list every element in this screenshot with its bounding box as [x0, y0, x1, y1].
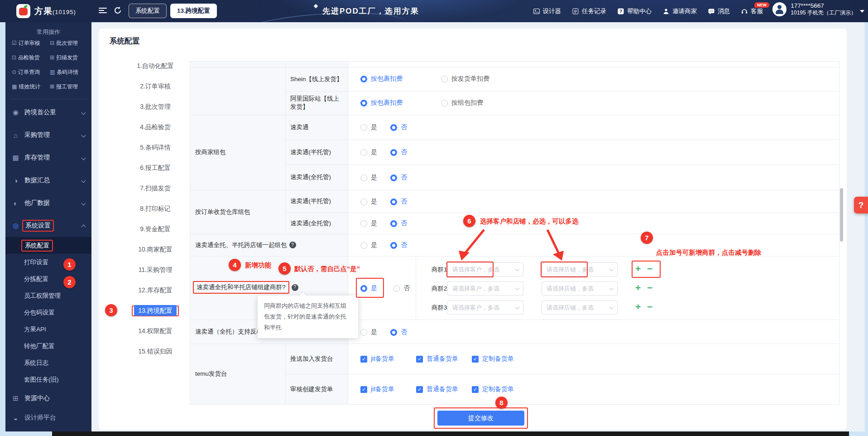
help-center-button[interactable]: ? 帮助中心: [617, 7, 652, 15]
invite-merchant-button[interactable]: 邀请商家: [662, 7, 697, 15]
group2-customer-select[interactable]: 请选择客户，多选: [447, 281, 523, 296]
group3-customer-select[interactable]: 请选择客户，多选: [447, 300, 523, 315]
group2-shop-select[interactable]: 请选择店铺，多选: [542, 281, 618, 296]
task-log-button[interactable]: 任务记录: [572, 7, 606, 15]
cfg-nav-work-report[interactable]: 6.报工配置: [112, 158, 198, 178]
merchant-ae-full-no-radio[interactable]: 否: [390, 174, 407, 182]
submenu-staff-permissions[interactable]: 员工权限管理: [5, 287, 91, 304]
merchant-ae-semi-yes-radio[interactable]: 是: [360, 148, 377, 156]
ali-per-parcel-radio[interactable]: 按包裹扣费: [360, 99, 403, 107]
quick-work-report[interactable]: ⊠报工管理: [50, 82, 88, 92]
sidebar-item-inventory[interactable]: ▦库存管理: [5, 146, 91, 169]
group2-remove-button[interactable]: −: [647, 283, 652, 292]
temu-push-normal-checkbox[interactable]: ✓普通备货单: [416, 355, 458, 363]
sidebar-item-other-factory-data[interactable]: ◐他厂数据: [5, 192, 91, 214]
cross-shop-no-radio[interactable]: 否: [390, 241, 407, 249]
quick-performance-stats[interactable]: ▦绩效统计: [12, 82, 50, 92]
submenu-print-settings[interactable]: 打印设置: [5, 254, 91, 271]
sidebar-item-resource-center[interactable]: ⊞资源中心: [5, 388, 91, 409]
vertical-scrollbar[interactable]: [840, 188, 843, 242]
group3-shop-select[interactable]: 请选择店铺，多选: [542, 300, 618, 315]
user-menu[interactable]: 177****5667 10195 手机壳（工厂演示）: [772, 2, 856, 16]
cfg-nav-barcode[interactable]: 5.条码详情: [112, 137, 198, 158]
temu-audit-jit-checkbox[interactable]: ✓jit备货单: [360, 385, 394, 393]
cfg-nav-scan-ship[interactable]: 7.扫描发货: [112, 178, 198, 199]
temu-push-jit-checkbox[interactable]: ✓jit备货单: [360, 355, 394, 363]
chevron-down-icon[interactable]: [860, 10, 864, 13]
quick-order-audit[interactable]: ☑订单审核: [12, 38, 50, 48]
cfg-nav-merchant[interactable]: 10.商家配置: [112, 239, 198, 260]
merchant-ae-no-radio[interactable]: 否: [390, 123, 407, 131]
quick-actions-title: 常用操作: [5, 22, 91, 37]
report-icon: ⊠: [50, 83, 54, 90]
cfg-nav-qc[interactable]: 4.品检验货: [112, 117, 198, 137]
wh-full-no-radio[interactable]: 否: [390, 219, 407, 228]
sidebar-item-purchase[interactable]: ⌂采购管理: [5, 124, 91, 146]
config-section-nav: 1.自动化配置 2.订单审核 3.批次管理 4.品检验货 5.条码详情 6.报工…: [112, 56, 198, 362]
reverse-no-radio[interactable]: 否: [390, 328, 407, 336]
annotation-box-7: [632, 261, 661, 278]
cross-shop-yes-radio[interactable]: 是: [360, 241, 377, 249]
refresh-icon[interactable]: [113, 6, 122, 15]
cfg-nav-cross-border[interactable]: 13.跨境配置: [112, 300, 198, 321]
group3-remove-button[interactable]: −: [647, 302, 652, 311]
designer-button[interactable]: 设计器: [533, 7, 561, 15]
tab-system-config[interactable]: 系统配置: [129, 4, 167, 18]
cfg-nav-error-attribution[interactable]: 15.错误归因: [112, 341, 198, 362]
tab-cross-border-config[interactable]: 13.跨境配置: [170, 4, 217, 18]
quick-qc-inspect[interactable]: ⊡品检验货: [12, 53, 50, 63]
quick-scan-ship[interactable]: ⊞扫描发货: [50, 53, 88, 63]
wh-semi-yes-radio[interactable]: 是: [360, 198, 377, 206]
reverse-yes-radio[interactable]: 是: [360, 328, 377, 336]
sidebar-item-cross-border-first-mile[interactable]: ◉跨境首公里: [5, 101, 91, 124]
cfg-nav-automation[interactable]: 1.自动化配置: [112, 56, 198, 76]
cfg-nav-purchase[interactable]: 11.采购管理: [112, 260, 198, 280]
sidebar-item-data-summary[interactable]: ◑数据汇总: [5, 169, 91, 192]
group1-label: 商群1: [432, 262, 447, 276]
submenu-fangguo-api[interactable]: 方果API: [5, 321, 91, 338]
wh-full-yes-radio[interactable]: 是: [360, 219, 377, 228]
radio-icon: [360, 199, 367, 205]
help-icon[interactable]: ?: [289, 242, 296, 248]
submenu-sorting-config[interactable]: 分拣配置: [5, 271, 91, 287]
group-build-no-radio[interactable]: 否: [393, 284, 410, 292]
ali-per-pack-radio[interactable]: 按组包扣费: [441, 99, 483, 107]
temu-audit-normal-checkbox[interactable]: ✓普通备货单: [416, 385, 458, 393]
sidebar-item-designer-platform[interactable]: ◒设计师平台: [5, 409, 91, 427]
temu-audit-custom-checkbox[interactable]: ✓定制备货单: [472, 385, 514, 393]
messages-button[interactable]: 消息: [708, 7, 730, 15]
merchant-ae-full-yes-radio[interactable]: 是: [360, 174, 377, 182]
cfg-nav-batch[interactable]: 3.批次管理: [112, 97, 198, 117]
person-icon: [662, 8, 670, 15]
merchant-ae-semi-no-radio[interactable]: 否: [390, 148, 407, 156]
cfg-nav-inventory[interactable]: 12.库存配置: [112, 280, 198, 300]
shein-per-parcel-radio[interactable]: 按包裹扣费: [360, 75, 403, 83]
help-icon[interactable]: ?: [292, 284, 298, 291]
submenu-image-tasks-old[interactable]: 套图任务(旧): [5, 371, 91, 388]
quick-batch-manage[interactable]: ⊟批次管理: [50, 38, 88, 48]
quick-order-query[interactable]: ⊙订单查询: [12, 67, 50, 77]
submenu-transfer-config[interactable]: 转他厂配置: [5, 338, 91, 354]
temu-push-custom-checkbox[interactable]: ✓定制备货单: [472, 355, 514, 363]
shein-per-shipment-radio[interactable]: 按发货单扣费: [441, 75, 489, 83]
customer-service-button[interactable]: NEW 客服: [741, 7, 763, 15]
submenu-system-log[interactable]: 系统日志: [5, 354, 91, 371]
submenu-system-config[interactable]: 系统配置: [5, 237, 91, 254]
help-fab-button[interactable]: ?: [854, 197, 868, 213]
submenu-parcel-code[interactable]: 分包码设置: [5, 304, 91, 321]
cfg-nav-funds[interactable]: 9.资金配置: [112, 219, 198, 239]
group2-add-button[interactable]: +: [635, 283, 641, 292]
annotation-box-4: 速卖通全托和半托店铺组建商群?: [193, 281, 289, 294]
merchant-ae-yes-radio[interactable]: 是: [360, 123, 377, 131]
app-logo[interactable]: [16, 4, 30, 18]
headset-icon: [741, 8, 748, 15]
cfg-nav-print-mark[interactable]: 8.打印标记: [112, 199, 198, 219]
collapse-menu-icon[interactable]: [99, 8, 107, 14]
cfg-nav-permissions[interactable]: 14.权限配置: [112, 321, 198, 341]
cfg-nav-order-audit[interactable]: 2.订单审核: [112, 76, 198, 97]
quick-barcode-detail[interactable]: ▥条码详情: [50, 67, 88, 77]
wh-semi-no-radio[interactable]: 否: [390, 198, 407, 206]
sidebar-item-system-settings[interactable]: ◎ 系统设置: [5, 214, 91, 237]
group3-add-button[interactable]: +: [635, 302, 641, 311]
annotation-circle-5: 5: [278, 262, 291, 275]
